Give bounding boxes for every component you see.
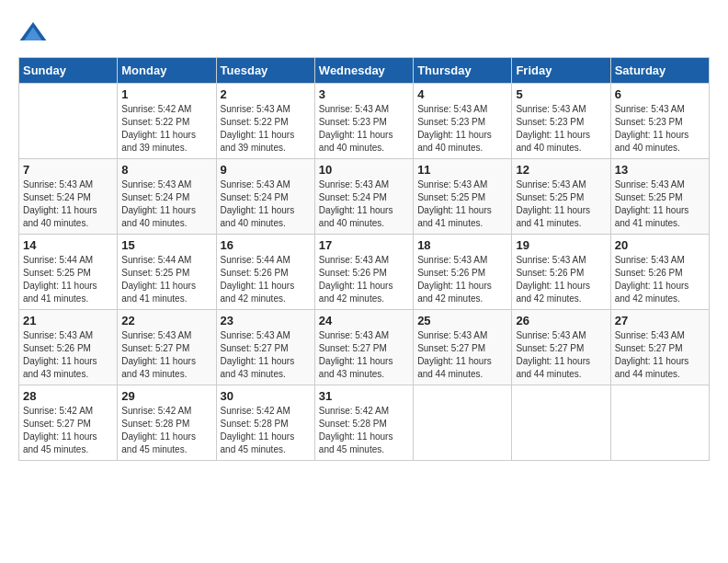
day-info: Sunrise: 5:43 AMSunset: 5:27 PMDaylight:… [319, 329, 409, 381]
calendar-cell: 28Sunrise: 5:42 AMSunset: 5:27 PMDayligh… [19, 385, 118, 461]
calendar-cell: 7Sunrise: 5:43 AMSunset: 5:24 PMDaylight… [19, 159, 118, 235]
day-info: Sunrise: 5:43 AMSunset: 5:24 PMDaylight:… [121, 178, 211, 230]
day-info: Sunrise: 5:44 AMSunset: 5:25 PMDaylight:… [23, 254, 113, 305]
calendar-cell: 10Sunrise: 5:43 AMSunset: 5:24 PMDayligh… [314, 159, 413, 235]
day-info: Sunrise: 5:43 AMSunset: 5:27 PMDaylight:… [615, 329, 705, 381]
calendar-cell: 30Sunrise: 5:42 AMSunset: 5:28 PMDayligh… [216, 385, 314, 461]
day-number: 10 [319, 163, 409, 177]
day-number: 25 [417, 314, 507, 327]
calendar-week-3: 14Sunrise: 5:44 AMSunset: 5:25 PMDayligh… [19, 235, 710, 310]
calendar-cell: 21Sunrise: 5:43 AMSunset: 5:26 PMDayligh… [19, 310, 118, 385]
calendar-cell [19, 84, 118, 159]
day-info: Sunrise: 5:43 AMSunset: 5:23 PMDaylight:… [516, 103, 606, 155]
day-info: Sunrise: 5:43 AMSunset: 5:23 PMDaylight:… [319, 103, 409, 155]
day-info: Sunrise: 5:42 AMSunset: 5:28 PMDaylight:… [121, 405, 211, 456]
calendar-cell: 23Sunrise: 5:43 AMSunset: 5:27 PMDayligh… [216, 310, 314, 385]
column-header-monday: Monday [118, 58, 216, 84]
day-info: Sunrise: 5:42 AMSunset: 5:22 PMDaylight:… [121, 103, 211, 155]
day-info: Sunrise: 5:43 AMSunset: 5:26 PMDaylight:… [516, 254, 606, 305]
calendar-cell [512, 385, 610, 461]
calendar-cell: 2Sunrise: 5:43 AMSunset: 5:22 PMDaylight… [216, 84, 314, 159]
day-number: 3 [319, 87, 409, 101]
day-info: Sunrise: 5:43 AMSunset: 5:27 PMDaylight:… [221, 329, 311, 381]
day-number: 11 [417, 163, 507, 177]
day-number: 9 [221, 163, 311, 177]
day-number: 15 [121, 238, 211, 252]
calendar-cell: 25Sunrise: 5:43 AMSunset: 5:27 PMDayligh… [414, 310, 512, 385]
calendar-cell: 20Sunrise: 5:43 AMSunset: 5:26 PMDayligh… [610, 235, 709, 310]
day-info: Sunrise: 5:43 AMSunset: 5:24 PMDaylight:… [23, 178, 113, 230]
day-info: Sunrise: 5:43 AMSunset: 5:27 PMDaylight:… [417, 329, 507, 381]
calendar-cell: 6Sunrise: 5:43 AMSunset: 5:23 PMDaylight… [610, 84, 709, 159]
column-header-wednesday: Wednesday [314, 58, 413, 84]
day-number: 24 [319, 314, 409, 327]
calendar-cell: 17Sunrise: 5:43 AMSunset: 5:26 PMDayligh… [314, 235, 413, 310]
day-info: Sunrise: 5:43 AMSunset: 5:26 PMDaylight:… [319, 254, 409, 305]
day-number: 13 [615, 163, 705, 177]
day-info: Sunrise: 5:43 AMSunset: 5:26 PMDaylight:… [417, 254, 507, 305]
day-info: Sunrise: 5:43 AMSunset: 5:24 PMDaylight:… [221, 178, 311, 230]
calendar-cell: 8Sunrise: 5:43 AMSunset: 5:24 PMDaylight… [118, 159, 216, 235]
day-number: 22 [121, 314, 211, 327]
day-number: 1 [121, 87, 211, 101]
column-header-thursday: Thursday [414, 58, 512, 84]
day-info: Sunrise: 5:43 AMSunset: 5:25 PMDaylight:… [615, 178, 705, 230]
calendar-week-5: 28Sunrise: 5:42 AMSunset: 5:27 PMDayligh… [19, 385, 710, 461]
day-info: Sunrise: 5:43 AMSunset: 5:25 PMDaylight:… [516, 178, 606, 230]
calendar-cell: 22Sunrise: 5:43 AMSunset: 5:27 PMDayligh… [118, 310, 216, 385]
calendar-cell: 1Sunrise: 5:42 AMSunset: 5:22 PMDaylight… [118, 84, 216, 159]
calendar-cell: 19Sunrise: 5:43 AMSunset: 5:26 PMDayligh… [512, 235, 610, 310]
logo [18, 18, 51, 48]
day-info: Sunrise: 5:43 AMSunset: 5:24 PMDaylight:… [319, 178, 409, 230]
day-number: 18 [417, 238, 507, 252]
logo-icon [18, 18, 48, 48]
calendar-week-2: 7Sunrise: 5:43 AMSunset: 5:24 PMDaylight… [19, 159, 710, 235]
calendar-cell: 31Sunrise: 5:42 AMSunset: 5:28 PMDayligh… [314, 385, 413, 461]
calendar-cell: 16Sunrise: 5:44 AMSunset: 5:26 PMDayligh… [216, 235, 314, 310]
calendar-cell [414, 385, 512, 461]
day-number: 29 [121, 389, 211, 403]
page-header [18, 18, 710, 48]
day-number: 7 [23, 163, 113, 177]
day-info: Sunrise: 5:42 AMSunset: 5:27 PMDaylight:… [23, 405, 113, 456]
day-info: Sunrise: 5:42 AMSunset: 5:28 PMDaylight:… [221, 405, 311, 456]
day-number: 19 [516, 238, 606, 252]
column-header-tuesday: Tuesday [216, 58, 314, 84]
day-number: 30 [221, 389, 311, 403]
day-number: 12 [516, 163, 606, 177]
column-header-sunday: Sunday [19, 58, 118, 84]
calendar-cell: 15Sunrise: 5:44 AMSunset: 5:25 PMDayligh… [118, 235, 216, 310]
calendar-cell: 4Sunrise: 5:43 AMSunset: 5:23 PMDaylight… [414, 84, 512, 159]
day-number: 26 [516, 314, 606, 327]
day-info: Sunrise: 5:42 AMSunset: 5:28 PMDaylight:… [319, 405, 409, 456]
day-info: Sunrise: 5:43 AMSunset: 5:27 PMDaylight:… [121, 329, 211, 381]
calendar-cell: 12Sunrise: 5:43 AMSunset: 5:25 PMDayligh… [512, 159, 610, 235]
calendar-cell: 13Sunrise: 5:43 AMSunset: 5:25 PMDayligh… [610, 159, 709, 235]
day-info: Sunrise: 5:43 AMSunset: 5:26 PMDaylight:… [615, 254, 705, 305]
calendar-cell: 26Sunrise: 5:43 AMSunset: 5:27 PMDayligh… [512, 310, 610, 385]
calendar-cell: 27Sunrise: 5:43 AMSunset: 5:27 PMDayligh… [610, 310, 709, 385]
calendar-week-4: 21Sunrise: 5:43 AMSunset: 5:26 PMDayligh… [19, 310, 710, 385]
calendar-cell: 24Sunrise: 5:43 AMSunset: 5:27 PMDayligh… [314, 310, 413, 385]
calendar-cell: 14Sunrise: 5:44 AMSunset: 5:25 PMDayligh… [19, 235, 118, 310]
day-number: 14 [23, 238, 113, 252]
day-number: 20 [615, 238, 705, 252]
day-number: 8 [121, 163, 211, 177]
day-info: Sunrise: 5:44 AMSunset: 5:26 PMDaylight:… [221, 254, 311, 305]
day-number: 6 [615, 87, 705, 101]
day-info: Sunrise: 5:44 AMSunset: 5:25 PMDaylight:… [121, 254, 211, 305]
calendar-cell: 29Sunrise: 5:42 AMSunset: 5:28 PMDayligh… [118, 385, 216, 461]
day-info: Sunrise: 5:43 AMSunset: 5:23 PMDaylight:… [615, 103, 705, 155]
day-number: 2 [221, 87, 311, 101]
day-number: 21 [23, 314, 113, 327]
day-number: 28 [23, 389, 113, 403]
calendar-cell: 9Sunrise: 5:43 AMSunset: 5:24 PMDaylight… [216, 159, 314, 235]
column-header-friday: Friday [512, 58, 610, 84]
day-number: 27 [615, 314, 705, 327]
calendar-header-row: SundayMondayTuesdayWednesdayThursdayFrid… [19, 58, 710, 84]
calendar-cell: 3Sunrise: 5:43 AMSunset: 5:23 PMDaylight… [314, 84, 413, 159]
day-info: Sunrise: 5:43 AMSunset: 5:23 PMDaylight:… [417, 103, 507, 155]
day-number: 4 [417, 87, 507, 101]
day-number: 23 [221, 314, 311, 327]
day-info: Sunrise: 5:43 AMSunset: 5:27 PMDaylight:… [516, 329, 606, 381]
